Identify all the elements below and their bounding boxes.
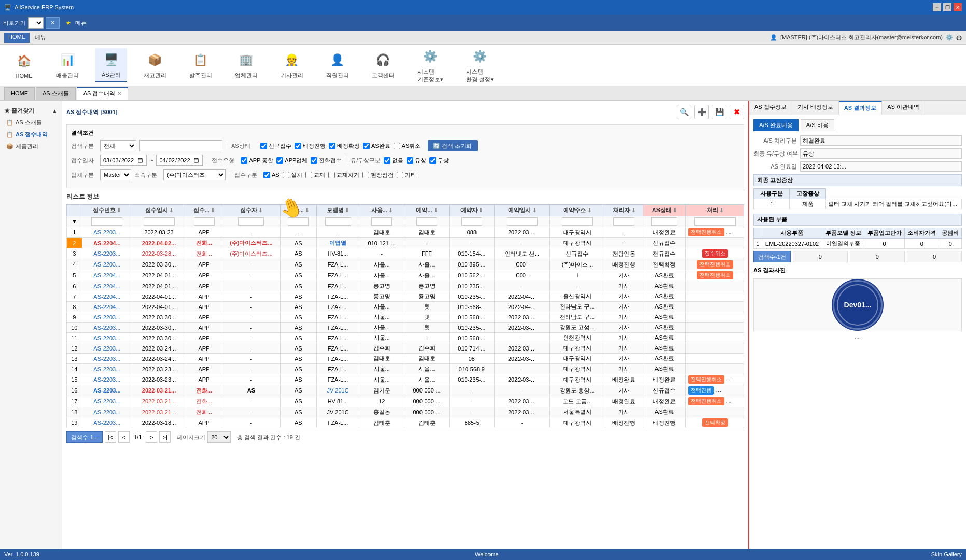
date-from-input[interactable] xyxy=(100,155,147,166)
row-reception-no[interactable]: AS-2203... xyxy=(82,417,132,428)
filter-input-handler[interactable] xyxy=(613,217,634,226)
filter-input-reservant[interactable] xyxy=(461,217,482,226)
badge-process[interactable]: 전택확정 xyxy=(702,418,728,427)
failure-row[interactable]: 1 제품 필터 교체 시기가 되어 필터를 교채하고싶어요(마지막으로 교체한 … xyxy=(754,199,962,209)
col-res-addr[interactable]: 예약주소 ⬇ xyxy=(550,205,605,216)
belong-select[interactable]: (주)마이스터즈 xyxy=(163,169,226,180)
nav-sys-env[interactable]: ⚙️ 시스템환경 설정▾ xyxy=(460,45,500,86)
col-date[interactable]: 접수일시 ⬇ xyxy=(132,205,186,216)
row-reception-no[interactable]: AS-2203... xyxy=(82,385,132,396)
table-row[interactable]: 16 AS-2203... 2022-03-21... 전화... AS AS … xyxy=(67,385,744,396)
filter-handler-icon[interactable]: ⬇ xyxy=(631,207,635,213)
sub-tab-cost[interactable]: A/S 비용 xyxy=(801,119,834,131)
table-row[interactable]: 17 AS-2203... 2022-03-21... 전화... - AS H… xyxy=(67,396,744,407)
filter-reservant-icon[interactable]: ⬇ xyxy=(479,207,483,213)
sidebar-collapse-icon[interactable]: ▲ xyxy=(52,108,58,114)
badge-process-2[interactable]: 전택확정취소 xyxy=(726,228,744,236)
toolbar-close-btn[interactable]: ✕ xyxy=(46,17,60,29)
row-reception-no[interactable]: AS-2203... xyxy=(82,333,132,343)
tab-as-reception-info[interactable]: AS 접수정보 xyxy=(749,101,792,115)
close-button[interactable]: ✕ xyxy=(954,3,962,11)
breadcrumb-as-reception[interactable]: AS 접수내역 ✕ xyxy=(77,87,129,100)
filter-input-process[interactable] xyxy=(694,217,736,226)
row-reception-no[interactable]: AS-2204... xyxy=(82,302,132,312)
menu-extra[interactable]: 메뉴 xyxy=(32,33,49,43)
table-row[interactable]: 13 AS-2203... 2022-03-24... APP - AS FZA… xyxy=(67,354,744,364)
company-type-select[interactable]: Master xyxy=(100,169,131,180)
row-reception-no[interactable]: AS-2203... xyxy=(82,259,132,270)
badge-process[interactable]: 전택진행취소 xyxy=(697,271,733,279)
row-reception-no[interactable]: AS-2203... xyxy=(82,364,132,374)
table-row[interactable]: 10 AS-2203... 2022-03-30... APP - AS FZA… xyxy=(67,323,744,333)
badge-cancel[interactable]: 접수위소 xyxy=(716,386,741,395)
col-company[interactable]: 접수자 ⬇ xyxy=(222,205,281,216)
nav-engineer[interactable]: 👷 기사관리 xyxy=(274,49,310,81)
settings-icon[interactable]: ⚙️ xyxy=(946,34,953,41)
row-reception-no[interactable]: AS-2203... xyxy=(82,227,132,238)
filter-res-addr-icon[interactable]: ⬇ xyxy=(587,207,591,213)
add-action-btn[interactable]: ➕ xyxy=(694,105,709,119)
nav-home[interactable]: 🏠 HOME xyxy=(8,50,39,81)
bookmark-icon[interactable]: ★ xyxy=(66,20,71,26)
row-reception-no[interactable]: AS-2203... xyxy=(82,407,132,417)
search-keyword-input[interactable] xyxy=(139,140,222,151)
filter-input-res-date[interactable] xyxy=(507,217,538,226)
breadcrumb-home[interactable]: HOME xyxy=(4,87,35,100)
row-reception-no[interactable]: AS-2203... xyxy=(82,354,132,364)
filter-type-icon[interactable]: ⬇ xyxy=(211,207,215,213)
filter-company-icon[interactable]: ⬇ xyxy=(258,207,262,213)
col-as-status[interactable]: AS상태 ⬇ xyxy=(643,205,685,216)
table-row[interactable]: 9 AS-2203... 2022-03-30... APP - AS FZA-… xyxy=(67,312,744,323)
row-reception-no[interactable]: AS-2203... xyxy=(82,343,132,354)
filter-input-res-addr[interactable] xyxy=(562,217,593,226)
sidebar-item-as-reception[interactable]: 📋 AS 접수내역 xyxy=(0,129,62,141)
filter-input-date[interactable] xyxy=(144,217,175,226)
sub-tab-complete[interactable]: A/S 완료내용 xyxy=(753,119,799,131)
row-reception-no[interactable]: AS-2204... xyxy=(82,238,132,248)
badge-process-1[interactable]: 전택진행취소 xyxy=(688,228,724,236)
next-page-btn[interactable]: > xyxy=(146,431,157,443)
col-handler[interactable]: 처리자 ⬇ xyxy=(605,205,643,216)
badge-process-b[interactable]: 전택확정취소 xyxy=(726,375,744,384)
badge-process-a[interactable]: 전택진행취소 xyxy=(688,375,724,384)
filter-input-reception-no[interactable] xyxy=(91,217,122,226)
tab-close-icon[interactable]: ✕ xyxy=(117,91,121,96)
filter-reserve-icon[interactable]: ⬇ xyxy=(433,207,438,213)
filter-process-icon[interactable]: ⬇ xyxy=(719,207,723,213)
tab-engineer-assign[interactable]: 기사 배정정보 xyxy=(792,101,839,115)
menu-home[interactable]: HOME xyxy=(4,33,30,43)
parts-row[interactable]: 1 EML-20220327-0102 이엽열의부품 0 0 0 xyxy=(754,239,962,249)
tab-as-history[interactable]: AS 이관내역 xyxy=(882,101,925,115)
goto-select[interactable] xyxy=(28,17,44,29)
nav-order[interactable]: 📋 발주관리 xyxy=(183,49,218,81)
col-reservant[interactable]: 예약자 ⬇ xyxy=(449,205,494,216)
parts-count-btn[interactable]: 검색수-1건 xyxy=(753,251,791,262)
row-reception-no[interactable]: AS-2204... xyxy=(82,281,132,291)
minimize-button[interactable]: － xyxy=(933,3,941,11)
table-row-selected[interactable]: 2 AS-2204... 2022-04-02... 전화... (주)마이스터… xyxy=(67,238,744,248)
save-action-btn[interactable]: 💾 xyxy=(712,105,726,119)
power-icon[interactable]: ⏻ xyxy=(956,35,962,41)
table-row[interactable]: 4 AS-2203... 2022-03-30... APP - AS FZA-… xyxy=(67,259,744,270)
table-row[interactable]: 3 AS-2203... 2022-03-28... 전화... (주)마이스터… xyxy=(67,248,744,259)
col-reserve[interactable]: 예약... ⬇ xyxy=(404,205,450,216)
first-page-btn[interactable]: |< xyxy=(105,431,116,443)
nav-customer[interactable]: 🎧 고객센터 xyxy=(366,49,401,81)
date-to-input[interactable] xyxy=(156,155,203,166)
filter-input-model[interactable] xyxy=(325,217,351,226)
sidebar-item-product[interactable]: 📦 제품관리 xyxy=(0,141,62,152)
sidebar-item-as-scan[interactable]: 📋 AS 스캐툴 xyxy=(0,117,62,129)
row-reception-no[interactable]: AS-2203... xyxy=(82,312,132,323)
nav-sales[interactable]: 📊 매출관리 xyxy=(50,49,85,81)
col-user[interactable]: 사용... ⬇ xyxy=(359,205,404,216)
col-res-date[interactable]: 예약일시 ⬇ xyxy=(494,205,549,216)
filter-reception-no-icon[interactable]: ⬇ xyxy=(117,207,121,213)
table-row[interactable]: 8 AS-2204... 2022-04-01... APP - AS FZA-… xyxy=(67,302,744,312)
table-row[interactable]: 11 AS-2203... 2022-03-30... APP - AS FZA… xyxy=(67,333,744,343)
col-reception-no[interactable]: 접수번호 ⬇ xyxy=(82,205,132,216)
filter-as-status-icon[interactable]: ⬇ xyxy=(673,207,677,213)
filter-input-reserve[interactable] xyxy=(416,217,437,226)
badge-cancel[interactable]: 접수위소 xyxy=(702,249,728,258)
badge-process[interactable]: 전택진행취소 xyxy=(697,260,733,269)
table-row[interactable]: 12 AS-2203... 2022-03-24... APP - AS FZA… xyxy=(67,343,744,354)
